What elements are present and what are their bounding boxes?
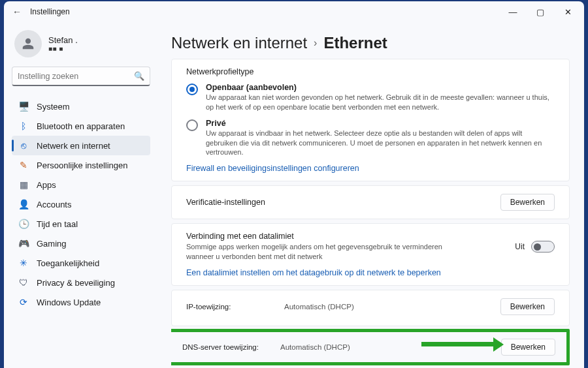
edit-button[interactable]: Bewerken xyxy=(500,194,555,211)
nav-label: Windows Update xyxy=(37,298,101,307)
close-button[interactable]: ✕ xyxy=(554,3,581,21)
sidebar-item[interactable]: ▦Apps xyxy=(12,175,150,194)
nav-label: Privacy & beveiliging xyxy=(37,278,115,288)
nav-label: Systeem xyxy=(37,102,70,112)
radio-public[interactable]: Openbaar (aanbevolen) Uw apparaat kan ni… xyxy=(186,83,555,112)
sidebar-item[interactable]: ⟳Windows Update xyxy=(12,292,150,312)
ip-assignment-row: IP-toewijzing: Automatisch (DHCP) Bewerk… xyxy=(171,290,570,326)
nav-icon: ▦ xyxy=(18,179,29,190)
toggle-state-label: Uit xyxy=(515,242,525,251)
edit-button[interactable]: Bewerken xyxy=(500,298,555,315)
sidebar-item[interactable]: 👤Accounts xyxy=(12,194,150,214)
row-label: Verificatie-instellingen xyxy=(186,198,500,207)
sidebar-item[interactable]: 🕒Tijd en taal xyxy=(12,214,150,234)
sidebar-item[interactable]: ⎋Netwerk en internet xyxy=(12,136,150,155)
breadcrumb: Netwerk en internet › Ethernet xyxy=(171,22,570,59)
nav-icon: ✎ xyxy=(18,160,29,170)
radio-desc: Uw apparaat is vindbaar in het netwerk. … xyxy=(206,129,555,158)
nav-icon: 🛡 xyxy=(18,277,29,288)
metered-section: Verbinding met een datalimiet Sommige ap… xyxy=(171,223,570,286)
user-name: Stefan . xyxy=(48,35,78,45)
nav-label: Gaming xyxy=(37,239,67,249)
search-input[interactable] xyxy=(18,72,130,81)
maximize-button[interactable]: ▢ xyxy=(527,3,554,21)
row-desc: Sommige apps werken mogelijk anders om h… xyxy=(186,242,461,262)
firewall-link[interactable]: Firewall en beveiligingsinstellingen con… xyxy=(186,164,555,173)
sidebar: Stefan . ■■ ■ 🔍 🖥️SysteemᛒBluetooth en a… xyxy=(4,22,155,368)
back-button[interactable]: ← xyxy=(7,7,27,17)
minimize-button[interactable]: — xyxy=(499,3,527,21)
nav-icon: 🖥️ xyxy=(18,101,29,112)
person-icon xyxy=(21,37,35,51)
user-tile[interactable]: Stefan . ■■ ■ xyxy=(12,26,150,67)
nav-label: Tijd en taal xyxy=(37,219,78,229)
nav-icon: 👤 xyxy=(18,199,29,209)
nav-label: Bluetooth en apparaten xyxy=(37,121,125,131)
titlebar: ← Instellingen — ▢ ✕ xyxy=(4,1,584,22)
metered-toggle[interactable] xyxy=(531,241,555,253)
kv-key: DNS-server toewijzing: xyxy=(182,343,280,352)
sidebar-item[interactable]: ᛒBluetooth en apparaten xyxy=(12,116,150,136)
nav-label: Toegankelijkheid xyxy=(37,258,99,268)
edit-button[interactable]: Bewerken xyxy=(501,339,555,356)
settings-window: ← Instellingen — ▢ ✕ Stefan . ■■ ■ 🔍 🖥️S… xyxy=(4,1,584,368)
user-sub: ■■ ■ xyxy=(48,45,78,52)
dns-highlight: DNS-server toewijzing: Automatisch (DHCP… xyxy=(171,329,570,365)
section-heading: Netwerkprofieltype xyxy=(186,67,555,76)
nav-label: Netwerk en internet xyxy=(37,141,110,151)
search-icon: 🔍 xyxy=(134,71,144,81)
nav-icon: 🎮 xyxy=(18,238,29,249)
kv-key: IP-toewijzing: xyxy=(186,302,284,311)
radio-icon xyxy=(186,119,198,131)
network-profile-section: Netwerkprofieltype Openbaar (aanbevolen)… xyxy=(171,59,570,181)
content-area: Netwerk en internet › Ethernet Netwerkpr… xyxy=(155,22,584,368)
window-title: Instellingen xyxy=(30,7,70,16)
radio-label: Privé xyxy=(206,119,555,128)
nav-label: Persoonlijke instellingen xyxy=(37,161,127,170)
sidebar-item[interactable]: ✎Persoonlijke instellingen xyxy=(12,155,150,175)
search-box[interactable]: 🔍 xyxy=(12,67,150,86)
nav-icon: 🕒 xyxy=(18,219,29,229)
breadcrumb-current: Ethernet xyxy=(323,34,387,52)
radio-desc: Uw apparaat kan niet worden gevonden op … xyxy=(206,93,555,112)
kv-value: Automatisch (DHCP) xyxy=(284,303,495,311)
chevron-right-icon: › xyxy=(314,37,317,49)
sidebar-item[interactable]: 🎮Gaming xyxy=(12,234,150,253)
nav-label: Accounts xyxy=(37,200,71,209)
nav-icon: ⟳ xyxy=(18,297,29,307)
sidebar-item[interactable]: 🛡Privacy & beveiliging xyxy=(12,273,150,292)
nav-list: 🖥️SysteemᛒBluetooth en apparaten⎋Netwerk… xyxy=(12,97,150,312)
avatar xyxy=(14,30,42,57)
radio-label: Openbaar (aanbevolen) xyxy=(206,83,555,92)
nav-label: Apps xyxy=(37,180,56,190)
radio-icon xyxy=(186,84,198,95)
scroll-area[interactable]: Netwerkprofieltype Openbaar (aanbevolen)… xyxy=(171,59,570,368)
nav-icon: ⎋ xyxy=(18,140,29,151)
nav-icon: ᛒ xyxy=(18,121,29,131)
sidebar-item[interactable]: 🖥️Systeem xyxy=(12,97,150,116)
data-limit-link[interactable]: Een datalimiet instellen om het datagebr… xyxy=(186,268,555,277)
radio-private[interactable]: Privé Uw apparaat is vindbaar in het net… xyxy=(186,119,555,158)
sidebar-item[interactable]: ✳Toegankelijkheid xyxy=(12,253,150,273)
verification-row: Verificatie-instellingen Bewerken xyxy=(171,185,570,219)
breadcrumb-parent[interactable]: Netwerk en internet xyxy=(171,34,307,52)
row-label: Verbinding met een datalimiet xyxy=(186,232,515,241)
nav-icon: ✳ xyxy=(18,258,29,268)
annotation-arrow xyxy=(421,337,504,352)
